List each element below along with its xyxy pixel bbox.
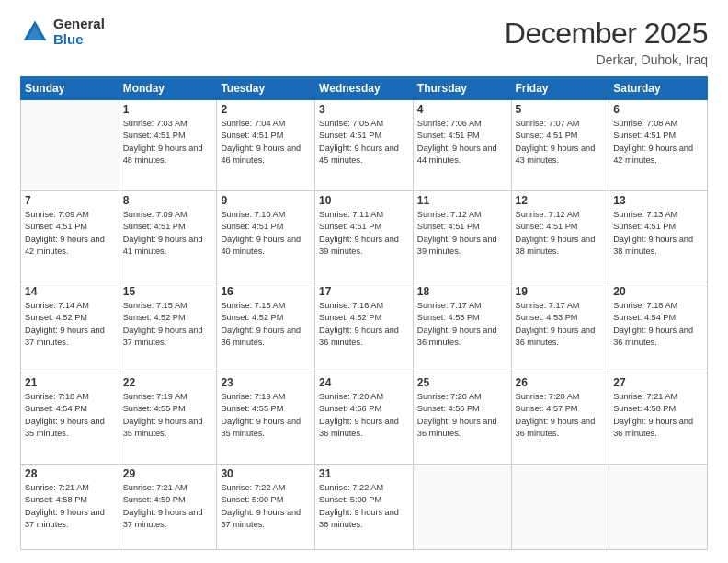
- day-number: 24: [319, 376, 409, 389]
- day-info: Sunrise: 7:07 AMSunset: 4:51 PMDaylight:…: [516, 118, 606, 167]
- calendar-cell: [511, 464, 609, 549]
- day-info: Sunrise: 7:20 AMSunset: 4:56 PMDaylight:…: [319, 391, 409, 440]
- day-info: Sunrise: 7:18 AMSunset: 4:54 PMDaylight:…: [613, 300, 703, 349]
- day-number: 22: [123, 376, 213, 389]
- day-number: 16: [221, 285, 311, 298]
- day-info: Sunrise: 7:19 AMSunset: 4:55 PMDaylight:…: [221, 391, 311, 440]
- calendar-cell: 4Sunrise: 7:06 AMSunset: 4:51 PMDaylight…: [413, 100, 511, 191]
- logo-general: General: [53, 17, 105, 32]
- logo-text: General Blue: [53, 17, 105, 47]
- logo-icon: [20, 17, 50, 47]
- day-number: 12: [516, 194, 606, 207]
- day-number: 8: [123, 194, 213, 207]
- day-info: Sunrise: 7:22 AMSunset: 5:00 PMDaylight:…: [319, 482, 409, 531]
- day-number: 14: [25, 285, 115, 298]
- calendar-cell: 18Sunrise: 7:17 AMSunset: 4:53 PMDayligh…: [413, 282, 511, 373]
- day-number: 19: [516, 285, 606, 298]
- day-number: 1: [123, 103, 213, 116]
- calendar-cell: [609, 464, 708, 549]
- calendar-cell: 23Sunrise: 7:19 AMSunset: 4:55 PMDayligh…: [217, 373, 315, 464]
- calendar-cell: 13Sunrise: 7:13 AMSunset: 4:51 PMDayligh…: [609, 190, 708, 282]
- day-info: Sunrise: 7:18 AMSunset: 4:54 PMDaylight:…: [25, 391, 115, 440]
- day-number: 7: [25, 194, 115, 207]
- day-info: Sunrise: 7:12 AMSunset: 4:51 PMDaylight:…: [516, 209, 606, 258]
- calendar-cell: 9Sunrise: 7:10 AMSunset: 4:51 PMDaylight…: [217, 190, 315, 282]
- weekday-header-wednesday: Wednesday: [315, 77, 414, 100]
- calendar-cell: 22Sunrise: 7:19 AMSunset: 4:55 PMDayligh…: [119, 373, 217, 464]
- calendar-cell: 3Sunrise: 7:05 AMSunset: 4:51 PMDaylight…: [315, 100, 414, 191]
- day-number: 11: [417, 194, 507, 207]
- day-info: Sunrise: 7:17 AMSunset: 4:53 PMDaylight:…: [516, 300, 606, 349]
- day-info: Sunrise: 7:12 AMSunset: 4:51 PMDaylight:…: [417, 209, 507, 258]
- calendar-cell: 6Sunrise: 7:08 AMSunset: 4:51 PMDaylight…: [609, 100, 708, 191]
- calendar-cell: 20Sunrise: 7:18 AMSunset: 4:54 PMDayligh…: [609, 282, 708, 373]
- day-info: Sunrise: 7:21 AMSunset: 4:59 PMDaylight:…: [123, 482, 213, 531]
- day-info: Sunrise: 7:06 AMSunset: 4:51 PMDaylight:…: [417, 118, 507, 167]
- calendar: SundayMondayTuesdayWednesdayThursdayFrid…: [20, 76, 708, 550]
- day-number: 3: [319, 103, 409, 116]
- day-info: Sunrise: 7:03 AMSunset: 4:51 PMDaylight:…: [123, 118, 213, 167]
- day-number: 30: [221, 467, 311, 480]
- day-info: Sunrise: 7:19 AMSunset: 4:55 PMDaylight:…: [123, 391, 213, 440]
- day-info: Sunrise: 7:04 AMSunset: 4:51 PMDaylight:…: [221, 118, 311, 167]
- calendar-week-2: 7Sunrise: 7:09 AMSunset: 4:51 PMDaylight…: [21, 190, 708, 282]
- day-info: Sunrise: 7:09 AMSunset: 4:51 PMDaylight:…: [25, 209, 115, 258]
- logo: General Blue: [20, 17, 105, 47]
- day-info: Sunrise: 7:21 AMSunset: 4:58 PMDaylight:…: [25, 482, 115, 531]
- day-number: 5: [516, 103, 606, 116]
- weekday-header-monday: Monday: [119, 77, 217, 100]
- day-info: Sunrise: 7:21 AMSunset: 4:58 PMDaylight:…: [613, 391, 703, 440]
- weekday-header-row: SundayMondayTuesdayWednesdayThursdayFrid…: [21, 77, 708, 100]
- calendar-cell: 12Sunrise: 7:12 AMSunset: 4:51 PMDayligh…: [511, 190, 609, 282]
- logo-blue: Blue: [53, 32, 105, 48]
- day-number: 18: [417, 285, 507, 298]
- calendar-cell: 31Sunrise: 7:22 AMSunset: 5:00 PMDayligh…: [315, 464, 414, 549]
- weekday-header-thursday: Thursday: [413, 77, 511, 100]
- day-number: 4: [417, 103, 507, 116]
- calendar-cell: 8Sunrise: 7:09 AMSunset: 4:51 PMDaylight…: [119, 190, 217, 282]
- day-info: Sunrise: 7:14 AMSunset: 4:52 PMDaylight:…: [25, 300, 115, 349]
- weekday-header-tuesday: Tuesday: [217, 77, 315, 100]
- day-number: 2: [221, 103, 311, 116]
- day-number: 29: [123, 467, 213, 480]
- weekday-header-sunday: Sunday: [21, 77, 119, 100]
- calendar-cell: 16Sunrise: 7:15 AMSunset: 4:52 PMDayligh…: [217, 282, 315, 373]
- day-info: Sunrise: 7:16 AMSunset: 4:52 PMDaylight:…: [319, 300, 409, 349]
- location: Derkar, Duhok, Iraq: [505, 52, 708, 67]
- day-number: 20: [613, 285, 703, 298]
- day-info: Sunrise: 7:05 AMSunset: 4:51 PMDaylight:…: [319, 118, 409, 167]
- header: General Blue December 2025 Derkar, Duhok…: [20, 17, 708, 67]
- day-number: 9: [221, 194, 311, 207]
- day-info: Sunrise: 7:22 AMSunset: 5:00 PMDaylight:…: [221, 482, 311, 531]
- calendar-cell: 2Sunrise: 7:04 AMSunset: 4:51 PMDaylight…: [217, 100, 315, 191]
- day-info: Sunrise: 7:15 AMSunset: 4:52 PMDaylight:…: [123, 300, 213, 349]
- calendar-week-4: 21Sunrise: 7:18 AMSunset: 4:54 PMDayligh…: [21, 373, 708, 464]
- calendar-cell: 21Sunrise: 7:18 AMSunset: 4:54 PMDayligh…: [21, 373, 119, 464]
- calendar-cell: 17Sunrise: 7:16 AMSunset: 4:52 PMDayligh…: [315, 282, 414, 373]
- calendar-cell: [21, 100, 119, 191]
- calendar-cell: 10Sunrise: 7:11 AMSunset: 4:51 PMDayligh…: [315, 190, 414, 282]
- calendar-cell: 14Sunrise: 7:14 AMSunset: 4:52 PMDayligh…: [21, 282, 119, 373]
- calendar-cell: 30Sunrise: 7:22 AMSunset: 5:00 PMDayligh…: [217, 464, 315, 549]
- calendar-cell: 7Sunrise: 7:09 AMSunset: 4:51 PMDaylight…: [21, 190, 119, 282]
- day-info: Sunrise: 7:17 AMSunset: 4:53 PMDaylight:…: [417, 300, 507, 349]
- day-number: 31: [319, 467, 409, 480]
- weekday-header-saturday: Saturday: [609, 77, 708, 100]
- day-info: Sunrise: 7:13 AMSunset: 4:51 PMDaylight:…: [613, 209, 703, 258]
- calendar-cell: 19Sunrise: 7:17 AMSunset: 4:53 PMDayligh…: [511, 282, 609, 373]
- calendar-cell: 15Sunrise: 7:15 AMSunset: 4:52 PMDayligh…: [119, 282, 217, 373]
- calendar-cell: [413, 464, 511, 549]
- day-number: 15: [123, 285, 213, 298]
- calendar-week-5: 28Sunrise: 7:21 AMSunset: 4:58 PMDayligh…: [21, 464, 708, 549]
- day-number: 25: [417, 376, 507, 389]
- calendar-cell: 24Sunrise: 7:20 AMSunset: 4:56 PMDayligh…: [315, 373, 414, 464]
- day-info: Sunrise: 7:15 AMSunset: 4:52 PMDaylight:…: [221, 300, 311, 349]
- calendar-cell: 28Sunrise: 7:21 AMSunset: 4:58 PMDayligh…: [21, 464, 119, 549]
- day-info: Sunrise: 7:09 AMSunset: 4:51 PMDaylight:…: [123, 209, 213, 258]
- calendar-cell: 26Sunrise: 7:20 AMSunset: 4:57 PMDayligh…: [511, 373, 609, 464]
- weekday-header-friday: Friday: [511, 77, 609, 100]
- calendar-cell: 1Sunrise: 7:03 AMSunset: 4:51 PMDaylight…: [119, 100, 217, 191]
- calendar-cell: 11Sunrise: 7:12 AMSunset: 4:51 PMDayligh…: [413, 190, 511, 282]
- header-right: December 2025 Derkar, Duhok, Iraq: [505, 17, 708, 67]
- day-info: Sunrise: 7:11 AMSunset: 4:51 PMDaylight:…: [319, 209, 409, 258]
